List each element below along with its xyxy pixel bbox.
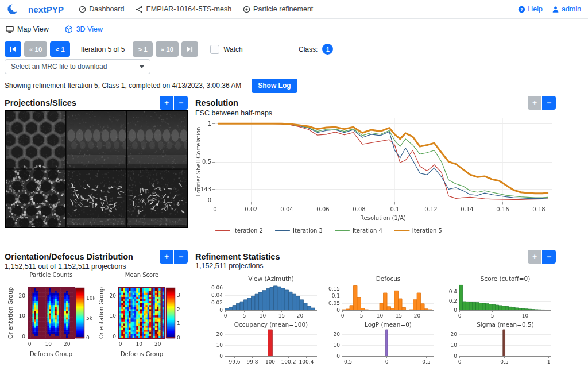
fsc-chart bbox=[194, 114, 586, 239]
watch-label: Watch bbox=[223, 45, 243, 53]
iteration-label: Iteration 5 of 5 bbox=[81, 45, 125, 53]
logo-divider bbox=[24, 4, 24, 14]
skip-to-first-icon bbox=[10, 46, 16, 52]
user-icon bbox=[552, 6, 559, 13]
nav-dashboard[interactable]: Dashboard bbox=[79, 5, 124, 13]
mrc-file-select[interactable]: Select an MRC file to download bbox=[5, 59, 150, 74]
nav-block-label: Particle refinement bbox=[253, 5, 313, 13]
monitor-icon bbox=[6, 26, 14, 33]
mrc-file-select-value: Select an MRC file to download bbox=[11, 63, 107, 71]
class-selector: Class: 1 bbox=[299, 41, 333, 57]
mean-score-heatmap bbox=[96, 269, 186, 361]
logp-histogram bbox=[322, 320, 439, 366]
statistics-enlarge-button[interactable]: + bbox=[528, 250, 541, 264]
last-iteration-button[interactable] bbox=[181, 41, 198, 57]
statistics-shrink-button[interactable]: − bbox=[542, 250, 556, 264]
watch-control: Watch bbox=[210, 45, 243, 54]
help-label: Help bbox=[528, 5, 543, 13]
resolution-size-controls: + − bbox=[528, 96, 556, 110]
nextpyp-logo[interactable]: nextPYP bbox=[7, 3, 64, 16]
navbar-left: nextPYP Dashboard EMPIAR-10164-5TS-mesh bbox=[7, 3, 324, 16]
nav-block-particle-refinement[interactable]: Particle refinement bbox=[243, 5, 313, 13]
show-log-button[interactable]: Show Log bbox=[252, 79, 297, 93]
occupancy-histogram bbox=[204, 320, 322, 366]
back-1-button[interactable]: < 1 bbox=[50, 41, 69, 57]
resolution-enlarge-button[interactable]: + bbox=[528, 96, 541, 110]
projections-slices-image bbox=[5, 110, 188, 228]
project-nodes-icon bbox=[136, 6, 143, 13]
cube-icon bbox=[65, 25, 73, 33]
iteration-controls: « 10 < 1 Iteration 5 of 5 > 1 » 10 Watch bbox=[5, 41, 243, 57]
defocus-histogram bbox=[322, 275, 439, 320]
svg-text:?: ? bbox=[520, 7, 523, 12]
status-row: Showing refinement Iteration 5, Class 1,… bbox=[5, 78, 297, 93]
projections-enlarge-button[interactable]: + bbox=[160, 96, 173, 110]
particle-counts-heatmap bbox=[6, 269, 95, 361]
projections-shrink-button[interactable]: − bbox=[174, 96, 188, 110]
statistics-size-controls: + − bbox=[528, 250, 556, 264]
statistics-title: Refinement Statistics bbox=[195, 252, 280, 261]
orientation-size-controls: + − bbox=[160, 250, 188, 264]
help-icon: ? bbox=[518, 6, 525, 13]
top-navbar: nextPYP Dashboard EMPIAR-10164-5TS-mesh bbox=[0, 0, 588, 19]
nextpyp-logo-icon bbox=[7, 3, 20, 16]
back-10-button[interactable]: « 10 bbox=[24, 41, 47, 57]
nav-dashboard-label: Dashboard bbox=[89, 5, 124, 13]
first-iteration-button[interactable] bbox=[5, 41, 21, 57]
chevron-down-icon bbox=[140, 65, 144, 68]
score-histogram bbox=[439, 275, 556, 320]
orientation-shrink-button[interactable]: − bbox=[174, 250, 188, 264]
tab-3d-view-label: 3D View bbox=[76, 25, 103, 33]
watch-checkbox[interactable] bbox=[210, 45, 219, 54]
resolution-shrink-button[interactable]: − bbox=[542, 96, 556, 110]
dashboard-icon bbox=[79, 6, 86, 13]
class-1-badge[interactable]: 1 bbox=[322, 44, 333, 55]
brand-name: nextPYP bbox=[28, 5, 64, 14]
orientation-title: Orientation/Defocus Distribution bbox=[5, 252, 133, 261]
sigma-histogram bbox=[439, 320, 556, 366]
nav-project-label: EMPIAR-10164-5TS-mesh bbox=[146, 5, 231, 13]
app: nextPYP Dashboard EMPIAR-10164-5TS-mesh bbox=[0, 0, 588, 367]
orientation-enlarge-button[interactable]: + bbox=[160, 250, 173, 264]
skip-to-last-icon bbox=[187, 46, 193, 52]
tab-3d-view[interactable]: 3D View bbox=[65, 25, 103, 33]
statistics-subtitle: 1,152,511 projections bbox=[195, 262, 264, 270]
class-label: Class: bbox=[299, 45, 318, 53]
tab-map-view-label: Map View bbox=[17, 25, 49, 33]
resolution-title: Resolution bbox=[195, 98, 238, 107]
view-tabs: Map View 3D View bbox=[6, 25, 103, 33]
particle-refinement-icon bbox=[243, 6, 250, 13]
projections-title: Projections/Slices bbox=[5, 98, 76, 107]
projections-size-controls: + − bbox=[160, 96, 188, 110]
projections-panel-header: Projections/Slices + − bbox=[5, 95, 188, 110]
status-text: Showing refinement Iteration 5, Class 1,… bbox=[5, 82, 241, 90]
help-link[interactable]: ? Help bbox=[518, 5, 543, 13]
user-menu[interactable]: admin bbox=[552, 5, 581, 13]
nav-project[interactable]: EMPIAR-10164-5TS-mesh bbox=[136, 5, 231, 13]
view-azimuth-histogram bbox=[204, 275, 322, 320]
tab-map-view[interactable]: Map View bbox=[6, 25, 49, 33]
user-label: admin bbox=[562, 5, 581, 13]
forward-10-button[interactable]: » 10 bbox=[156, 41, 179, 57]
resolution-panel-header: Resolution + − bbox=[195, 95, 556, 110]
forward-1-button[interactable]: > 1 bbox=[133, 41, 152, 57]
navbar-right: ? Help admin bbox=[509, 5, 581, 13]
